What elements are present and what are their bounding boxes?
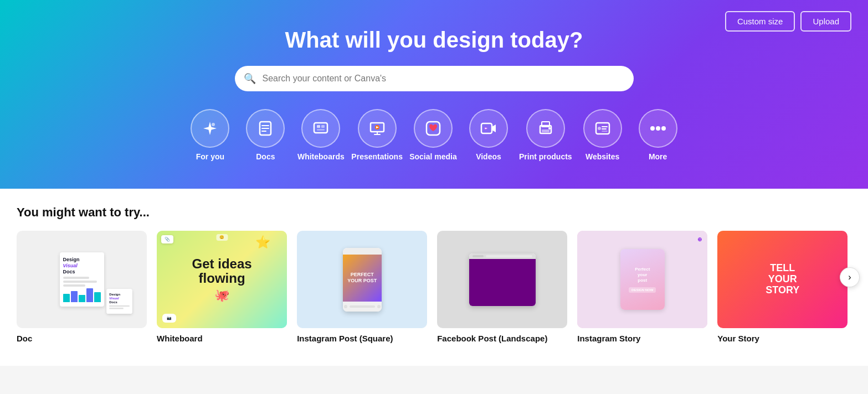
videos-label: Videos [476,152,501,161]
card-facebook-post-landscape[interactable]: Facebook Post (Landscape) [437,231,567,344]
svg-rect-18 [542,129,549,132]
card-doc[interactable]: DesignVisualDocs DesignVis [17,231,147,344]
svg-rect-8 [317,129,325,131]
your-story-thumb: TELLYOURSTORY [717,231,848,328]
presentations-label: Presentations [351,152,403,161]
whiteboard-label: Whiteboard [157,334,203,343]
docs-icon [246,109,285,148]
nav-item-more[interactable]: More [633,109,683,161]
svg-rect-5 [314,123,327,133]
docs-label: Docs [256,152,275,161]
nav-item-docs[interactable]: Docs [240,109,290,161]
doc-label: Doc [17,334,32,343]
card-instagram-story[interactable]: ⊕ Perfectyourpost DESIGN NOW Instagram S… [577,231,707,344]
ig-square-thumb: PERFECTYOUR POST [297,231,427,328]
whiteboard-thumb: 📎 ⭐ 📷 Get ideasflowing 🐙 😊 [157,231,287,328]
main-content: You might want to try... DesignVisualDoc… [0,189,868,366]
nav-item-videos[interactable]: Videos [464,109,513,161]
svg-point-26 [656,126,660,131]
presentations-icon [358,109,397,148]
more-icon [639,109,677,148]
more-label: More [649,152,667,161]
your-story-visual: TELLYOURSTORY [717,231,848,328]
nav-item-for-you[interactable]: For you [185,109,235,161]
svg-point-27 [661,126,666,131]
social-media-icon [414,109,453,148]
whiteboards-icon [301,109,340,148]
nav-item-print-products[interactable]: Print products [519,109,572,161]
ig-story-thumb: ⊕ Perfectyourpost DESIGN NOW [577,231,707,328]
your-story-label: Your Story [717,334,759,343]
websites-icon [583,109,622,148]
custom-size-button[interactable]: Custom size [725,11,795,32]
svg-rect-6 [317,125,320,128]
hero-actions: Custom size Upload [725,11,851,32]
hero-section: Custom size Upload What will you design … [0,0,868,189]
nav-item-social-media[interactable]: Social media [408,109,458,161]
doc-thumb: DesignVisualDocs DesignVis [17,231,147,328]
fb-landscape-thumb [437,231,567,328]
print-products-icon [526,109,565,148]
social-media-label: Social media [409,152,457,161]
svg-point-25 [650,126,655,131]
next-arrow-button[interactable]: › [840,267,860,287]
nav-item-whiteboards[interactable]: Whiteboards [296,109,346,161]
card-instagram-post-square[interactable]: PERFECTYOUR POST Instagram Post (Square) [297,231,427,344]
svg-point-19 [548,127,551,129]
whiteboards-label: Whiteboards [297,152,345,161]
ig-story-label: Instagram Story [577,334,640,343]
card-your-story[interactable]: TELLYOURSTORY Your Story [717,231,848,344]
videos-icon [469,109,508,148]
for-you-label: For you [196,152,224,161]
svg-point-0 [212,123,215,126]
for-you-icon [191,109,229,148]
nav-icons-row: For you Docs [11,109,857,161]
websites-label: Websites [585,152,619,161]
upload-button[interactable]: Upload [800,11,851,32]
svg-rect-7 [321,125,325,128]
cards-row: DesignVisualDocs DesignVis [17,231,851,344]
search-input[interactable] [235,66,634,91]
search-icon: 🔍 [244,72,256,85]
nav-item-presentations[interactable]: Presentations [351,109,403,161]
card-whiteboard[interactable]: 📎 ⭐ 📷 Get ideasflowing 🐙 😊 Whiteboard [157,231,287,344]
fb-landscape-label: Facebook Post (Landscape) [437,334,547,343]
svg-point-21 [598,127,601,130]
ig-square-label: Instagram Post (Square) [297,334,393,343]
print-products-label: Print products [519,152,572,161]
search-bar-container: 🔍 [235,66,634,91]
nav-item-websites[interactable]: Websites [578,109,628,161]
section-title: You might want to try... [17,205,851,220]
